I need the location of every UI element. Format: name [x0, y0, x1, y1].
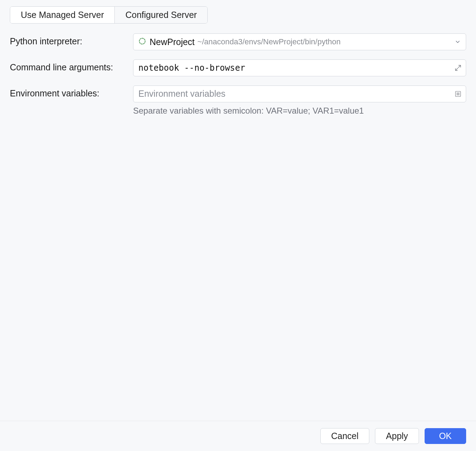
- expand-icon[interactable]: [453, 63, 463, 73]
- command-line-args-input[interactable]: [138, 63, 453, 73]
- interpreter-path: ~/anaconda3/envs/NewProject/bin/python: [198, 37, 455, 46]
- interpreter-name: NewProject: [150, 37, 195, 47]
- server-tabs: Use Managed Server Configured Server: [10, 6, 208, 24]
- env-vars-input[interactable]: [138, 89, 453, 99]
- python-interpreter-dropdown[interactable]: NewProject ~/anaconda3/envs/NewProject/b…: [133, 33, 466, 50]
- spinner-icon: [138, 37, 146, 47]
- env-vars-field: [133, 85, 466, 102]
- svg-point-0: [139, 38, 145, 44]
- command-line-args-label: Command line arguments:: [10, 59, 130, 72]
- command-line-args-field: [133, 59, 466, 76]
- list-icon[interactable]: [453, 89, 463, 99]
- cancel-button[interactable]: Cancel: [320, 428, 370, 444]
- ok-button[interactable]: OK: [425, 428, 466, 444]
- dialog-footer: Cancel Apply OK: [0, 421, 476, 451]
- tab-configured-server[interactable]: Configured Server: [115, 7, 207, 23]
- chevron-down-icon: [455, 37, 461, 47]
- apply-button[interactable]: Apply: [375, 428, 419, 444]
- python-interpreter-label: Python interpreter:: [10, 33, 130, 46]
- env-vars-hint: Separate variables with semicolon: VAR=v…: [133, 106, 466, 116]
- tab-use-managed-server[interactable]: Use Managed Server: [10, 7, 115, 23]
- env-vars-label: Environment variables:: [10, 85, 130, 99]
